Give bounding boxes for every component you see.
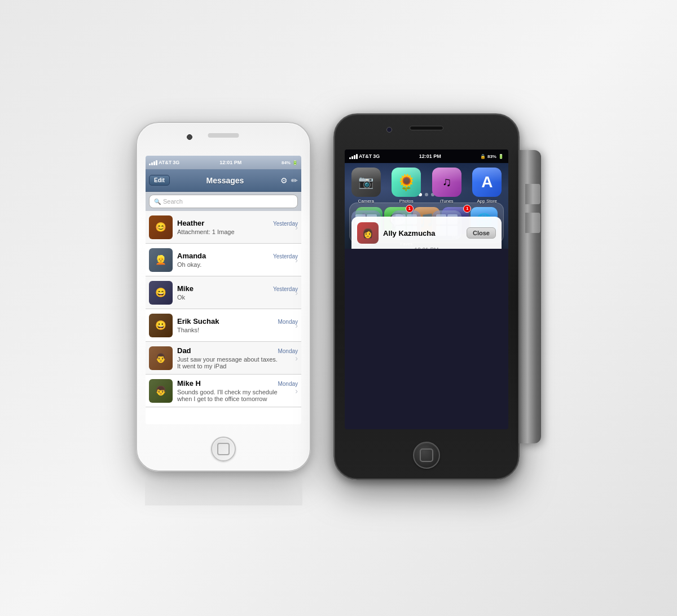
compose-icon[interactable]: ✏ [291, 176, 298, 185]
lock-icon: 🔒 [480, 154, 486, 159]
list-item[interactable]: 😊 Heather Yesterday Attachment: 1 Image … [146, 211, 301, 244]
app-icon-appstore[interactable]: A App Store [469, 168, 505, 204]
message-header: Amanda Yesterday [177, 252, 298, 260]
avatar: 😄 [149, 281, 173, 305]
avatar-placeholder: 👦 [149, 379, 173, 403]
appstore-label: App Store [477, 199, 497, 204]
nav-icons: ⚙ ✏ [280, 176, 298, 185]
black-statusbar: AT&T 3G 12:01 PM 🔒 83% 🔋 [345, 149, 508, 163]
avatar-placeholder: 👱 [149, 248, 173, 272]
avatar-placeholder: 😊 [149, 215, 173, 239]
notif-avatar: 👩 [357, 222, 379, 244]
homescreen-screen: AT&T 3G 12:01 PM 🔒 83% 🔋 [345, 149, 508, 429]
avatar: 😊 [149, 215, 173, 239]
app-icon-itunes[interactable]: ♫ iTunes [429, 168, 465, 204]
list-item[interactable]: 👱 Amanda Yesterday Oh okay. › [146, 244, 301, 276]
carrier-label: AT&T [159, 160, 172, 165]
home-button[interactable] [211, 437, 236, 461]
messages-screen: AT&T 3G 12:01 PM 84% 🔋 Edit Messages ⚙ [146, 156, 301, 424]
sms-badge: 1 [406, 205, 414, 213]
status-right: 84% 🔋 [282, 160, 298, 165]
photos-icon: 🌻 [392, 168, 421, 197]
avatar: 👱 [149, 248, 173, 272]
black-home-button[interactable] [413, 442, 440, 469]
search-bar[interactable]: 🔍 Search [149, 195, 298, 208]
signal-bar-2 [351, 156, 353, 159]
chevron-icon: › [295, 223, 298, 232]
edit-button[interactable]: Edit [149, 175, 170, 186]
status-right-black: 🔒 83% 🔋 [480, 154, 504, 159]
search-container: 🔍 Search [146, 192, 301, 211]
volume-up-button[interactable] [525, 184, 541, 204]
status-left: AT&T 3G [149, 160, 179, 165]
chevron-icon: › [295, 256, 298, 265]
notif-sender-name: Ally Kazmucha [383, 229, 462, 237]
message-preview: Just saw your message about taxes. It we… [177, 356, 279, 369]
notification-popup: 👩 Ally Kazmucha Close 12:01 PM #TeamJail… [351, 217, 502, 249]
black-phone-body: AT&T 3G 12:01 PM 🔒 83% 🔋 [333, 113, 520, 480]
signal-bar-4 [356, 154, 358, 159]
avatar-placeholder: 👨 [149, 346, 173, 370]
message-list: 😊 Heather Yesterday Attachment: 1 Image … [146, 211, 301, 407]
phone-side-panel [518, 150, 541, 443]
appstore-icon: A [472, 168, 502, 197]
speaker-black [410, 126, 443, 130]
message-preview: Oh okay. [177, 261, 279, 268]
list-item[interactable]: 👦 Mike H Monday Sounds good. I'll check … [146, 375, 301, 407]
front-camera-black [386, 127, 392, 133]
avatar: 👨 [149, 346, 173, 370]
app-icon-photos[interactable]: 🌻 Photos [389, 168, 425, 204]
black-iphone: AT&T 3G 12:01 PM 🔒 83% 🔋 [333, 113, 520, 480]
battery-icon-black: 🔋 [498, 154, 504, 159]
message-content: Dad Monday Just saw your message about t… [177, 346, 298, 369]
sender-name: Mike [177, 284, 194, 293]
message-content: Mike Yesterday Ok [177, 284, 298, 301]
camera-label: Camera [358, 199, 374, 204]
volume-down-button[interactable] [525, 213, 541, 233]
app-grid-row1: 📷 Camera 🌻 Photos ♫ iTunes [345, 163, 508, 208]
black-iphone-wrapper: AT&T 3G 12:01 PM 🔒 83% 🔋 [333, 113, 541, 480]
signal-bar-1 [149, 164, 151, 165]
sender-name: Amanda [177, 252, 206, 260]
gear-icon[interactable]: ⚙ [280, 176, 288, 185]
status-left: AT&T 3G [349, 153, 380, 159]
network-label: 3G [173, 160, 179, 165]
sender-name: Erik Suchak [177, 317, 219, 325]
white-phone-body: AT&T 3G 12:01 PM 84% 🔋 Edit Messages ⚙ [136, 122, 311, 472]
search-icon: 🔍 [154, 199, 161, 205]
signal-bar-4 [156, 160, 157, 165]
black-time: 12:01 PM [419, 153, 441, 159]
list-item[interactable]: 😄 Mike Yesterday Ok › [146, 276, 301, 309]
sender-name: Mike H [177, 379, 201, 388]
messages-navbar: Edit Messages ⚙ ✏ [146, 169, 301, 192]
avatar: 😀 [149, 314, 173, 337]
signal-bar-3 [354, 155, 355, 159]
message-preview: Sounds good. I'll check my schedule when… [177, 389, 279, 402]
chevron-icon: › [295, 354, 298, 363]
sender-name: Heather [177, 219, 204, 227]
home-button-inner [217, 443, 230, 455]
message-content: Mike H Monday Sounds good. I'll check my… [177, 379, 298, 402]
list-item[interactable]: 👨 Dad Monday Just saw your message about… [146, 342, 301, 375]
message-header: Heather Yesterday [177, 219, 298, 227]
app-icon-camera[interactable]: 📷 Camera [348, 168, 384, 204]
message-content: Erik Suchak Monday Thanks! [177, 317, 298, 333]
message-content: Heather Yesterday Attachment: 1 Image [177, 219, 298, 235]
avatar-placeholder: 😄 [149, 281, 173, 305]
search-placeholder: Search [163, 198, 183, 205]
white-iphone: AT&T 3G 12:01 PM 84% 🔋 Edit Messages ⚙ [136, 122, 311, 472]
close-button[interactable]: Close [467, 227, 496, 239]
front-camera [187, 134, 192, 140]
itunes-icon: ♫ [432, 168, 461, 197]
avatar: 👦 [149, 379, 173, 403]
notification-header: 👩 Ally Kazmucha Close [357, 222, 496, 244]
signal-bar-2 [151, 162, 153, 165]
message-header: Mike H Monday [177, 379, 298, 388]
time-label: 12:01 PM [219, 160, 241, 165]
sender-name: Dad [177, 346, 191, 355]
list-item[interactable]: 😀 Erik Suchak Monday Thanks! › [146, 309, 301, 342]
message-header: Dad Monday [177, 346, 298, 355]
black-network: 3G [373, 153, 380, 159]
message-time: Yesterday [273, 221, 298, 227]
avatar-placeholder: 😀 [149, 314, 173, 337]
